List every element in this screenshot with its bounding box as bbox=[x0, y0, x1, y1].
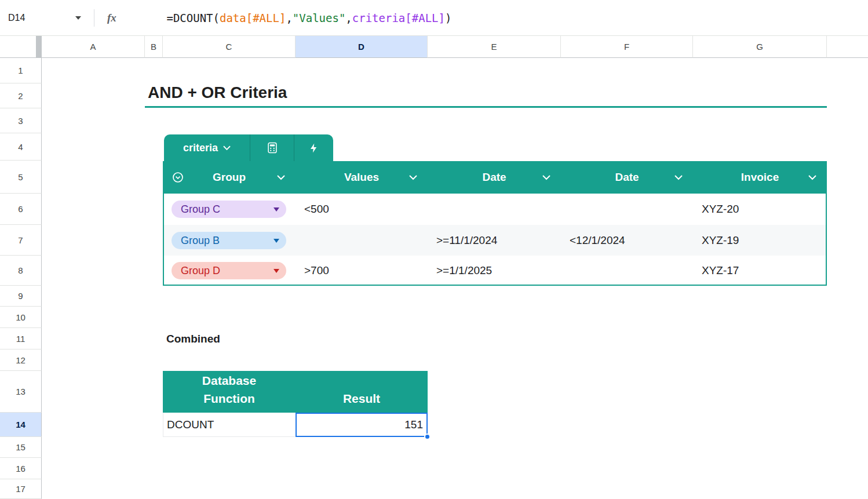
cell-reference: D14 bbox=[8, 13, 25, 23]
invoice-cell[interactable]: XYZ-20 bbox=[702, 194, 818, 225]
row-header-2[interactable]: 2 bbox=[0, 83, 42, 108]
result-header-result[interactable]: Result bbox=[296, 371, 428, 413]
header-label: Date bbox=[482, 171, 506, 184]
dropdown-arrow-icon bbox=[273, 269, 279, 273]
group-chip-label: Group D bbox=[181, 265, 273, 277]
table-name: criteria bbox=[183, 142, 218, 154]
chevron-down-icon[interactable] bbox=[277, 175, 285, 180]
row-header-9[interactable]: 9 bbox=[0, 286, 42, 307]
row-label: 14 bbox=[16, 420, 25, 429]
divider bbox=[94, 9, 94, 27]
formula-bar: D14 fx =DCOUNT(data[#ALL],"Values",crite… bbox=[0, 0, 868, 36]
row-label: 17 bbox=[16, 484, 25, 494]
row-header-12[interactable]: 12 bbox=[0, 349, 42, 371]
chevron-down-icon bbox=[223, 145, 231, 151]
date-cell[interactable]: >=1/1/2025 bbox=[436, 256, 558, 286]
column-header-partial[interactable] bbox=[827, 36, 868, 58]
group-chip[interactable]: Group D bbox=[172, 262, 286, 279]
sheet-title[interactable]: AND + OR Criteria bbox=[148, 83, 287, 102]
fill-handle[interactable] bbox=[424, 434, 431, 440]
formula-part: "Values" bbox=[293, 12, 346, 24]
criteria-header-invoice[interactable]: Invoice bbox=[693, 161, 827, 194]
row-label: 3 bbox=[18, 116, 23, 126]
row-label: 1 bbox=[18, 65, 23, 75]
row-header-11[interactable]: 11 bbox=[0, 328, 42, 349]
row-label: 13 bbox=[16, 387, 25, 396]
header-label: Invoice bbox=[741, 171, 779, 184]
title-underline bbox=[145, 106, 827, 108]
row-header-7[interactable]: 7 bbox=[0, 225, 42, 256]
name-box-dropdown-icon[interactable] bbox=[75, 16, 81, 20]
row-label: 7 bbox=[18, 235, 23, 245]
invoice-cell[interactable]: XYZ-17 bbox=[702, 256, 818, 286]
row-header-8[interactable]: 8 bbox=[0, 256, 42, 286]
row-header-17[interactable]: 17 bbox=[0, 479, 42, 499]
function-cell[interactable]: DCOUNT bbox=[163, 413, 296, 437]
date-cell[interactable]: >=11/1/2024 bbox=[436, 225, 558, 256]
result-header-function[interactable]: Database Function bbox=[163, 371, 296, 413]
formula-part: =DCOUNT( bbox=[166, 12, 220, 24]
values-cell[interactable]: >700 bbox=[304, 256, 420, 286]
row-label: 2 bbox=[18, 91, 23, 101]
row-header-5[interactable]: 5 bbox=[0, 161, 42, 194]
header-label: Result bbox=[343, 389, 380, 407]
column-header-b[interactable]: B bbox=[145, 36, 163, 58]
spreadsheet-app: D14 fx =DCOUNT(data[#ALL],"Values",crite… bbox=[0, 0, 868, 499]
column-label: A bbox=[90, 42, 96, 52]
table-name-tab[interactable]: criteria bbox=[164, 134, 250, 161]
table-chip-icon[interactable] bbox=[172, 172, 184, 183]
row-header-10[interactable]: 10 bbox=[0, 307, 42, 328]
row-header-14[interactable]: 14 bbox=[0, 413, 42, 437]
date-cell[interactable]: <12/1/2024 bbox=[570, 225, 691, 256]
table-actions-tab[interactable] bbox=[294, 134, 333, 161]
row-header-15[interactable]: 15 bbox=[0, 437, 42, 458]
row-header-3[interactable]: 3 bbox=[0, 108, 42, 133]
group-dropdown-chip[interactable]: Group C bbox=[172, 201, 286, 218]
group-dropdown-chip[interactable]: Group D bbox=[172, 262, 286, 279]
column-header-c[interactable]: C bbox=[163, 36, 296, 58]
criteria-header-date2[interactable]: Date bbox=[561, 161, 693, 194]
row-header-13[interactable]: 13 bbox=[0, 371, 42, 413]
column-header-f[interactable]: F bbox=[561, 36, 693, 58]
table-tab-strip: criteria bbox=[164, 134, 333, 161]
group-dropdown-chip[interactable]: Group B bbox=[172, 232, 286, 249]
formula-part: , bbox=[345, 12, 352, 24]
column-header-a[interactable]: A bbox=[42, 36, 145, 58]
criteria-header-values[interactable]: Values bbox=[296, 161, 428, 194]
column-label: F bbox=[624, 42, 629, 52]
formula-part: ) bbox=[445, 12, 451, 24]
column-label: B bbox=[151, 42, 156, 52]
row-label: 12 bbox=[16, 355, 25, 365]
chevron-down-icon[interactable] bbox=[542, 175, 550, 180]
header-label: Date bbox=[615, 171, 639, 184]
column-label: E bbox=[491, 42, 497, 52]
criteria-header-date1[interactable]: Date bbox=[428, 161, 561, 194]
row-header-1[interactable]: 1 bbox=[0, 58, 42, 83]
row-header-6[interactable]: 6 bbox=[0, 194, 42, 225]
result-table-header-row: Database Function Result bbox=[163, 371, 428, 413]
formula-input[interactable]: =DCOUNT(data[#ALL],"Values",criteria[#AL… bbox=[127, 0, 452, 37]
row-label: 6 bbox=[18, 204, 23, 214]
invoice-cell[interactable]: XYZ-19 bbox=[702, 225, 818, 256]
table-tools-tab[interactable] bbox=[250, 134, 294, 161]
name-box[interactable]: D14 bbox=[0, 0, 87, 35]
lightning-icon bbox=[308, 142, 319, 154]
column-header-g[interactable]: G bbox=[693, 36, 827, 58]
chevron-down-icon[interactable] bbox=[674, 175, 683, 180]
frozen-pane-handle[interactable] bbox=[36, 36, 42, 58]
criteria-header-group[interactable]: Group bbox=[163, 161, 296, 194]
column-header-e[interactable]: E bbox=[428, 36, 561, 58]
chevron-down-icon[interactable] bbox=[409, 175, 417, 180]
group-chip[interactable]: Group B bbox=[172, 232, 286, 249]
column-header-d[interactable]: D bbox=[296, 36, 428, 58]
values-cell[interactable]: <500 bbox=[304, 194, 420, 225]
combined-label[interactable]: Combined bbox=[166, 328, 220, 349]
row-header-4[interactable]: 4 bbox=[0, 133, 42, 161]
row-label: 4 bbox=[18, 142, 23, 152]
chevron-down-icon[interactable] bbox=[808, 175, 816, 180]
fx-icon: fx bbox=[107, 12, 116, 24]
row-header-16[interactable]: 16 bbox=[0, 458, 42, 479]
calculator-icon bbox=[266, 141, 279, 154]
header-label: Database Function bbox=[180, 371, 279, 407]
group-chip[interactable]: Group C bbox=[172, 201, 286, 218]
